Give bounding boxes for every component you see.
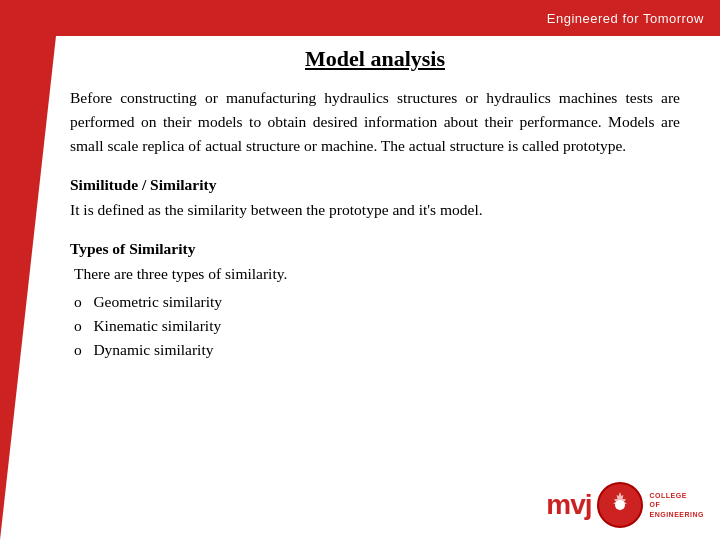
logo-college-line3: ENGINEERING xyxy=(649,510,704,519)
top-bar: Engineered for Tomorrow xyxy=(0,0,720,36)
types-heading: Types of Similarity xyxy=(70,240,680,258)
similitude-heading: Similitude / Similarity xyxy=(70,176,680,194)
main-content: Model analysis Before constructing or ma… xyxy=(60,36,700,520)
page-title: Model analysis xyxy=(70,46,680,72)
logo-college-text-block: COLLEGE OF ENGINEERING xyxy=(649,491,704,518)
types-intro: There are three types of similarity. xyxy=(70,262,680,286)
similarity-list: o Geometric similarity o Kinematic simil… xyxy=(70,290,680,362)
logo-college-line1: COLLEGE xyxy=(649,491,704,500)
left-accent xyxy=(0,0,60,540)
types-section: Types of Similarity There are three type… xyxy=(70,240,680,362)
list-item-1: o Geometric similarity xyxy=(70,290,680,314)
list-item-3: o Dynamic similarity xyxy=(70,338,680,362)
similitude-section: Similitude / Similarity It is defined as… xyxy=(70,176,680,222)
list-item-2: o Kinematic similarity xyxy=(70,314,680,338)
gear-icon xyxy=(605,490,635,520)
logo-area: mvj COLLEGE OF ENGINEERING xyxy=(546,482,704,528)
similitude-text: It is defined as the similarity between … xyxy=(70,198,680,222)
logo-gear-circle xyxy=(597,482,643,528)
logo-college-line2: OF xyxy=(649,500,704,509)
intro-paragraph: Before constructing or manufacturing hyd… xyxy=(70,86,680,158)
logo-mvj-text: mvj xyxy=(546,489,591,521)
left-triangle xyxy=(0,0,60,540)
tagline: Engineered for Tomorrow xyxy=(547,11,704,26)
